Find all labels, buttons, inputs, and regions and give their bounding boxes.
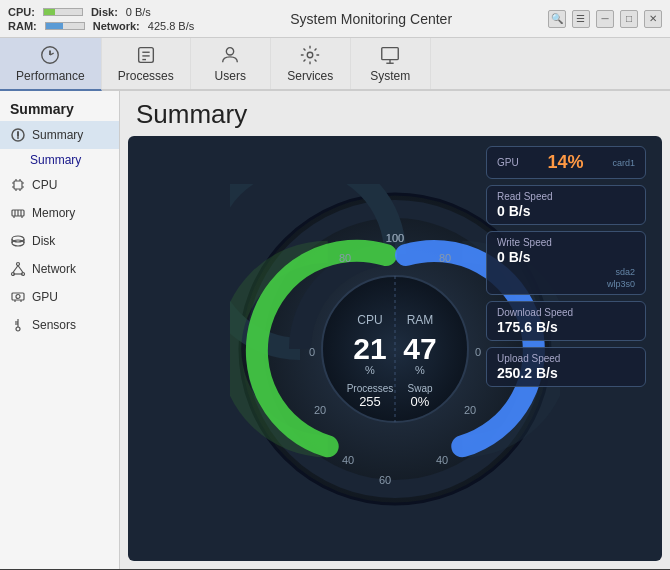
ram-label: RAM: xyxy=(8,20,37,32)
read-speed-value: 0 B/s xyxy=(497,203,635,219)
svg-text:80: 80 xyxy=(339,252,351,264)
svg-text:0%: 0% xyxy=(411,394,430,409)
app-title: System Monitoring Center xyxy=(290,11,452,27)
svg-text:0: 0 xyxy=(475,346,481,358)
toolbar-performance-label: Performance xyxy=(16,69,85,83)
sidebar-memory-label: Memory xyxy=(32,206,75,220)
svg-rect-11 xyxy=(14,181,22,189)
sidebar-item-network[interactable]: Network xyxy=(0,255,119,283)
sidebar-heading: Summary xyxy=(0,91,119,121)
toolbar-users[interactable]: Users xyxy=(191,38,271,89)
network-label: Network: xyxy=(93,20,140,32)
disk-value: 0 B/s xyxy=(126,6,151,18)
sidebar-item-summary[interactable]: Summary xyxy=(0,121,119,149)
cpu-bar xyxy=(43,8,83,16)
svg-text:%: % xyxy=(365,364,375,376)
close-button[interactable]: ✕ xyxy=(644,10,662,28)
ram-bar xyxy=(45,22,85,30)
minimize-button[interactable]: ─ xyxy=(596,10,614,28)
svg-text:40: 40 xyxy=(342,454,354,466)
maximize-button[interactable]: □ xyxy=(620,10,638,28)
svg-point-29 xyxy=(12,236,24,242)
svg-text:40: 40 xyxy=(436,454,448,466)
svg-point-30 xyxy=(17,263,20,266)
menu-button[interactable]: ☰ xyxy=(572,10,590,28)
toolbar-system-label: System xyxy=(370,69,410,83)
sidebar-summary-label: Summary xyxy=(32,128,83,142)
gpu-percentage: 14% xyxy=(548,152,584,173)
svg-point-41 xyxy=(16,327,20,331)
sidebar-sub-summary[interactable]: Summary xyxy=(0,149,119,171)
disk-name: sda2 xyxy=(497,267,635,277)
sidebar-gpu-label: GPU xyxy=(32,290,58,304)
gpu-card-name: card1 xyxy=(612,158,635,168)
sidebar-sensors-label: Sensors xyxy=(32,318,76,332)
toolbar-processes[interactable]: Processes xyxy=(102,38,191,89)
sidebar-item-cpu[interactable]: CPU xyxy=(0,171,119,199)
sidebar-disk-label: Disk xyxy=(32,234,55,248)
sidebar-cpu-label: CPU xyxy=(32,178,57,192)
toolbar-performance[interactable]: Performance xyxy=(0,38,102,91)
page-title: Summary xyxy=(120,91,670,136)
svg-text:80: 80 xyxy=(439,252,451,264)
svg-point-5 xyxy=(227,48,234,55)
dashboard: 0 20 40 60 80 100 0 20 40 80 100 CPU 21 … xyxy=(128,136,662,561)
toolbar-system[interactable]: System xyxy=(351,38,431,89)
toolbar: Performance Processes Users Services xyxy=(0,38,670,91)
upload-label: Upload Speed xyxy=(497,353,560,364)
svg-text:20: 20 xyxy=(464,404,476,416)
toolbar-processes-label: Processes xyxy=(118,69,174,83)
toolbar-services-label: Services xyxy=(287,69,333,83)
download-speed-card: Download Speed 175.6 B/s xyxy=(486,301,646,341)
read-speed-card: Read Speed 0 B/s xyxy=(486,185,646,225)
svg-text:21: 21 xyxy=(353,332,386,365)
svg-text:Swap: Swap xyxy=(407,383,432,394)
system-stats: CPU: Disk: 0 B/s RAM: Network: 425.8 B/s xyxy=(8,6,194,32)
write-speed-card: Write Speed 0 B/s sda2 wlp3s0 xyxy=(486,231,646,295)
content-area: Summary xyxy=(120,91,670,569)
disk-label: Disk: xyxy=(91,6,118,18)
svg-text:20: 20 xyxy=(314,404,326,416)
main-layout: Summary Summary Summary CPU xyxy=(0,91,670,569)
gpu-label: GPU xyxy=(497,157,519,168)
disk-name2: wlp3s0 xyxy=(497,279,635,289)
toolbar-services[interactable]: Services xyxy=(271,38,351,89)
svg-rect-7 xyxy=(382,48,399,60)
write-speed-value: 0 B/s xyxy=(497,249,635,265)
search-button[interactable]: 🔍 xyxy=(548,10,566,28)
sidebar-item-disk[interactable]: Disk xyxy=(0,227,119,255)
svg-text:255: 255 xyxy=(359,394,381,409)
read-speed-label: Read Speed xyxy=(497,191,553,202)
svg-line-33 xyxy=(13,266,18,273)
toolbar-users-label: Users xyxy=(215,69,246,83)
svg-text:Processes: Processes xyxy=(347,383,394,394)
info-panel: GPU 14% card1 Read Speed 0 B/s Write Spe… xyxy=(486,146,646,387)
gpu-card: GPU 14% card1 xyxy=(486,146,646,179)
svg-text:100: 100 xyxy=(386,232,404,244)
sidebar-item-sensors[interactable]: Sensors xyxy=(0,311,119,339)
upload-speed-card: Upload Speed 250.2 B/s xyxy=(486,347,646,387)
svg-text:0: 0 xyxy=(309,346,315,358)
svg-text:RAM: RAM xyxy=(407,313,434,327)
title-bar: CPU: Disk: 0 B/s RAM: Network: 425.8 B/s… xyxy=(0,0,670,38)
svg-text:47: 47 xyxy=(403,332,436,365)
sidebar-item-gpu[interactable]: GPU xyxy=(0,283,119,311)
sidebar-network-label: Network xyxy=(32,262,76,276)
download-label: Download Speed xyxy=(497,307,573,318)
network-value: 425.8 B/s xyxy=(148,20,194,32)
download-value: 175.6 B/s xyxy=(497,319,635,335)
cpu-label: CPU: xyxy=(8,6,35,18)
upload-value: 250.2 B/s xyxy=(497,365,635,381)
svg-point-6 xyxy=(307,52,313,58)
svg-text:60: 60 xyxy=(379,474,391,486)
svg-text:%: % xyxy=(415,364,425,376)
sidebar: Summary Summary Summary CPU xyxy=(0,91,120,569)
svg-point-39 xyxy=(16,295,20,299)
window-controls: 🔍 ☰ ─ □ ✕ xyxy=(548,10,662,28)
write-speed-label: Write Speed xyxy=(497,237,552,248)
sidebar-item-memory[interactable]: Memory xyxy=(0,199,119,227)
svg-line-34 xyxy=(18,266,23,273)
svg-text:CPU: CPU xyxy=(357,313,382,327)
